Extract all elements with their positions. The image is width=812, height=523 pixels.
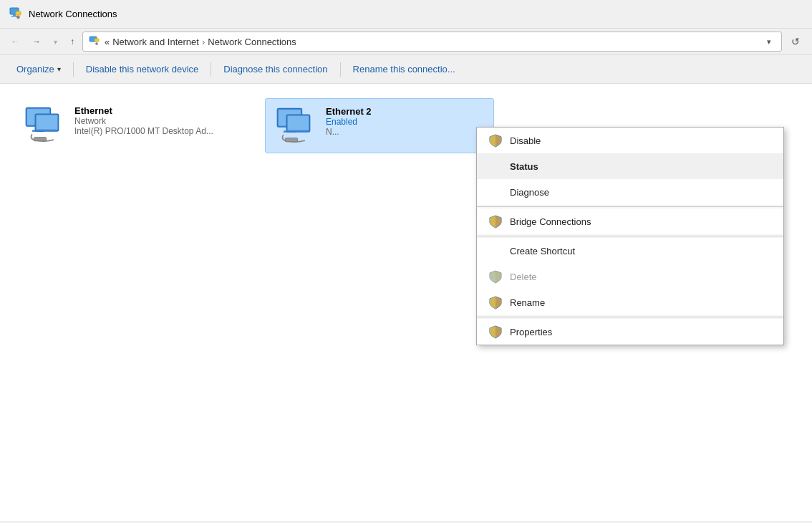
ethernet2-name: Ethernet 2 [326,106,372,117]
rename-button[interactable]: Rename this connectio... [345,59,463,79]
main-content: Ethernet Network Intel(R) PRO/1000 MT De… [0,84,812,521]
address-bar-icon [89,35,100,49]
ethernet1-info: Ethernet Network Intel(R) PRO/1000 MT De… [74,105,213,136]
network-item-ethernet1[interactable]: Ethernet Network Intel(R) PRO/1000 MT De… [14,98,243,153]
context-rename-label: Rename [510,297,545,308]
refresh-button[interactable]: ↺ [785,32,806,51]
title-bar: Network Connections [0,0,812,29]
shield-icon-status-placeholder [488,159,503,173]
context-menu: Disable Status Diagnose Bridge Connectio… [476,127,784,345]
nav-bar: ← → ▾ ↑ « Network and Internet › Network… [0,29,812,55]
organize-label: Organize [16,64,54,75]
up-icon: ↑ [70,37,74,47]
svg-point-4 [17,16,20,19]
shield-icon-delete [488,269,503,284]
context-menu-bridge[interactable]: Bridge Connections [477,208,783,234]
breadcrumb-prefix: « [105,37,110,47]
breadcrumb: « Network and Internet › Network Connect… [105,37,296,47]
back-button[interactable]: ← [6,33,24,50]
svg-rect-13 [37,115,57,130]
recent-icon: ▾ [54,38,57,46]
ethernet1-adapter: Intel(R) PRO/1000 MT Desktop Ad... [74,126,213,136]
svg-rect-21 [285,138,297,142]
breadcrumb-separator: › [202,37,205,47]
disable-button[interactable]: Disable this network device [78,59,207,79]
svg-rect-1 [13,14,16,16]
diagnose-button[interactable]: Diagnose this connection [216,59,335,79]
context-menu-sep1 [477,206,783,207]
svg-rect-6 [95,39,99,42]
address-dropdown-button[interactable]: ▾ [763,36,775,48]
context-menu-properties[interactable]: Properties [477,319,783,345]
ethernet2-status: Enabled [326,117,372,127]
svg-point-7 [96,42,98,44]
ethernet2-adapter: N... [326,127,372,137]
context-menu-sep2 [477,236,783,236]
recent-button[interactable]: ▾ [49,34,62,49]
context-properties-label: Properties [510,327,552,337]
shield-icon-diagnose-placeholder [488,185,503,199]
svg-rect-3 [16,11,21,15]
context-menu-disable[interactable]: Disable [477,128,783,153]
svg-rect-20 [288,116,309,130]
organize-arrow: ▾ [57,65,61,73]
shield-icon-disable [488,133,503,148]
diagnose-label: Diagnose this connection [223,64,327,75]
breadcrumb-part2: Network Connections [208,37,296,47]
context-status-label: Status [510,161,538,172]
context-shortcut-label: Create Shortcut [510,246,575,256]
up-button[interactable]: ↑ [65,33,79,50]
context-menu-status[interactable]: Status [477,153,783,179]
context-menu-diagnose[interactable]: Diagnose [477,179,783,205]
context-menu-delete[interactable]: Delete [477,264,783,289]
context-diagnose-label: Diagnose [510,187,549,198]
svg-rect-14 [34,138,46,141]
shield-icon-rename [488,295,503,310]
shield-icon-shortcut-placeholder [488,244,503,258]
toolbar: Organize ▾ Disable this network device D… [0,55,812,84]
ethernet1-icon [23,105,66,145]
breadcrumb-part1[interactable]: Network and Internet [112,37,199,47]
ethernet1-name: Ethernet [74,105,213,116]
rename-label: Rename this connectio... [353,64,455,75]
context-bridge-label: Bridge Connections [510,216,591,227]
toolbar-separator-2 [211,62,211,77]
shield-icon-properties [488,325,503,339]
context-menu-sep3 [477,317,783,317]
organize-button[interactable]: Organize ▾ [9,59,69,79]
network-item-ethernet2[interactable]: Ethernet 2 Enabled N... [265,98,494,153]
ethernet1-type: Network [74,116,213,126]
toolbar-separator-3 [340,62,341,77]
context-menu-shortcut[interactable]: Create Shortcut [477,238,783,264]
toolbar-separator-1 [73,62,74,77]
address-bar[interactable]: « Network and Internet › Network Connect… [82,32,782,52]
context-disable-label: Disable [510,135,541,146]
shield-icon-bridge [488,214,503,229]
svg-rect-2 [11,16,17,17]
forward-icon: → [32,37,41,47]
ethernet2-info: Ethernet 2 Enabled N... [326,106,372,137]
context-menu-rename[interactable]: Rename [477,289,783,315]
title-bar-icon [9,6,23,22]
ethernet2-icon [274,106,317,145]
context-delete-label: Delete [510,272,537,282]
back-icon: ← [11,37,19,47]
forward-button[interactable]: → [27,33,46,50]
disable-label: Disable this network device [86,64,199,75]
title-bar-text: Network Connections [29,9,117,19]
